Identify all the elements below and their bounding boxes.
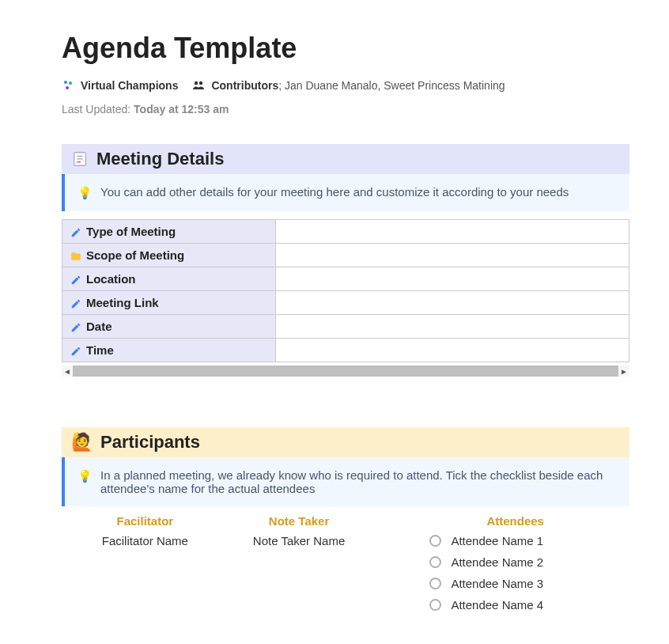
row-label: Meeting Link: [86, 296, 159, 309]
workspace-badge[interactable]: Virtual Champions: [62, 79, 178, 92]
contributors-value: ; Jan Duane Manalo, Sweet Princess Matin…: [278, 79, 505, 92]
meeting-details-title: Meeting Details: [96, 149, 224, 169]
notetaker-column: Note Taker Note Taker Name: [222, 514, 376, 619]
svg-point-3: [195, 81, 198, 85]
row-value-cell[interactable]: [276, 291, 629, 315]
attendee-row: Attendee Name 1: [407, 534, 623, 547]
row-value-cell[interactable]: [276, 267, 629, 291]
row-label: Time: [86, 343, 114, 357]
pencil-icon: [70, 343, 81, 357]
facilitator-column: Facilitator Facilitator Name: [68, 514, 222, 619]
attendee-checkbox[interactable]: [429, 599, 441, 611]
contributors-label: Contributors: [211, 79, 278, 92]
participants-header: 🙋 Participants: [62, 427, 629, 457]
attendees-column: Attendees Attendee Name 1Attendee Name 2…: [376, 514, 623, 619]
row-label: Date: [86, 320, 112, 333]
table-row: Meeting Link: [62, 291, 629, 315]
notetaker-header: Note Taker: [222, 514, 376, 528]
participants-grid: Facilitator Facilitator Name Note Taker …: [62, 514, 629, 619]
row-label: Scope of Meeting: [86, 248, 184, 262]
pencil-icon: [70, 225, 81, 238]
row-label-cell: Location: [62, 267, 276, 291]
row-label-cell: Date: [62, 315, 276, 339]
row-label-cell: Type of Meeting: [62, 220, 276, 244]
bulb-icon: 💡: [77, 186, 93, 200]
attendee-name[interactable]: Attendee Name 2: [451, 555, 543, 569]
row-value-cell[interactable]: [276, 339, 629, 362]
participants-title: Participants: [100, 432, 200, 453]
attendee-name[interactable]: Attendee Name 3: [451, 577, 543, 590]
last-updated-value: Today at 12:53 am: [134, 103, 229, 116]
row-value-cell[interactable]: [276, 220, 629, 244]
pencil-icon: [70, 272, 81, 286]
svg-point-4: [199, 81, 202, 85]
workspace-name: Virtual Champions: [81, 79, 178, 92]
notetaker-value[interactable]: Note Taker Name: [222, 534, 376, 547]
facilitator-header: Facilitator: [68, 514, 222, 528]
row-label: Type of Meeting: [86, 225, 176, 238]
meeting-details-callout-text: You can add other details for your meeti…: [100, 185, 569, 199]
horizontal-scrollbar[interactable]: ◄ ►: [62, 366, 629, 377]
attendee-name[interactable]: Attendee Name 1: [451, 534, 543, 547]
folder-icon: [70, 248, 81, 262]
table-row: Date: [62, 315, 629, 339]
meeting-details-callout: 💡 You can add other details for your mee…: [62, 174, 629, 211]
table-row: Type of Meeting: [62, 220, 629, 244]
contributors-badge[interactable]: Contributors; Jan Duane Manalo, Sweet Pr…: [192, 79, 505, 92]
pencil-icon: [70, 296, 81, 309]
svg-point-1: [69, 81, 72, 85]
people-icon: [192, 79, 205, 92]
attendee-row: Attendee Name 2: [407, 555, 623, 569]
row-label-cell: Time: [62, 339, 276, 362]
svg-point-2: [66, 86, 69, 89]
row-label-cell: Meeting Link: [62, 291, 276, 315]
table-row: Time: [62, 339, 629, 362]
meeting-details-table: Type of MeetingScope of MeetingLocationM…: [62, 219, 629, 362]
table-row: Location: [62, 267, 629, 291]
bulb-icon: 💡: [77, 469, 93, 483]
attendee-checkbox[interactable]: [429, 578, 441, 589]
last-updated: Last Updated: Today at 12:53 am: [62, 103, 629, 116]
meta-row: Virtual Champions Contributors; Jan Duan…: [62, 79, 629, 92]
scroll-right-arrow[interactable]: ►: [618, 366, 629, 377]
row-value-cell[interactable]: [276, 315, 629, 339]
participants-callout: 💡 In a planned meeting, we already know …: [62, 457, 629, 506]
attendee-name[interactable]: Attendee Name 4: [451, 598, 543, 612]
row-value-cell[interactable]: [276, 244, 629, 267]
attendee-checkbox[interactable]: [429, 535, 441, 547]
last-updated-label: Last Updated:: [62, 103, 134, 116]
notepad-icon: [71, 150, 89, 168]
participants-callout-text: In a planned meeting, we already know wh…: [100, 468, 617, 495]
meeting-details-header: Meeting Details: [62, 144, 629, 174]
workspace-icon: [62, 79, 74, 92]
attendee-checkbox[interactable]: [429, 556, 441, 568]
raising-hand-icon: 🙋: [71, 432, 93, 453]
pencil-icon: [70, 320, 81, 333]
svg-point-0: [64, 81, 67, 84]
attendee-row: Attendee Name 3: [407, 577, 623, 590]
scroll-left-arrow[interactable]: ◄: [62, 366, 73, 377]
facilitator-value[interactable]: Facilitator Name: [68, 534, 222, 547]
row-label: Location: [86, 272, 136, 286]
table-row: Scope of Meeting: [62, 244, 629, 267]
attendee-row: Attendee Name 4: [407, 598, 623, 612]
page-title: Agenda Template: [62, 32, 629, 65]
row-label-cell: Scope of Meeting: [62, 244, 276, 267]
attendees-header: Attendees: [407, 514, 623, 528]
